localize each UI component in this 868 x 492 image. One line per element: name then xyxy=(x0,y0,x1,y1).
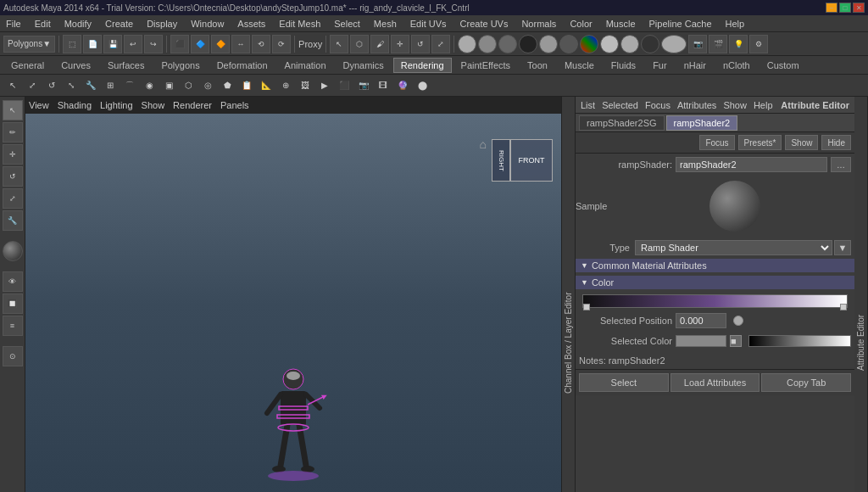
toolbar-sphere-10[interactable] xyxy=(641,35,659,53)
tab-polygons[interactable]: Polygons xyxy=(153,58,207,73)
select-tool-icon[interactable]: ↖ xyxy=(3,76,22,95)
hypershade-icon[interactable]: 🔮 xyxy=(393,76,412,95)
toolbar-sphere-9[interactable] xyxy=(620,35,639,53)
construction-icon[interactable]: 📐 xyxy=(257,76,275,95)
scale-tool-icon[interactable]: ⤡ xyxy=(62,76,81,95)
manip-btn[interactable]: 🔧 xyxy=(3,210,23,231)
minimize-button[interactable]: − xyxy=(826,3,837,13)
shader-tab-sg[interactable]: rampShader2SG xyxy=(579,115,665,131)
menu-muscle[interactable]: Muscle xyxy=(604,19,638,29)
toolbar-btn-7[interactable]: 🔷 xyxy=(191,35,209,53)
snap-live-icon[interactable]: ⬡ xyxy=(179,76,198,95)
menu-edit[interactable]: Edit xyxy=(32,19,53,29)
maximize-button[interactable]: □ xyxy=(839,3,851,13)
tab-animation[interactable]: Animation xyxy=(277,58,334,73)
render-globals-icon[interactable]: 🖼 xyxy=(296,76,314,95)
viewport[interactable]: View Shading Lighting Show Renderer Pane… xyxy=(25,97,561,492)
position-circle-handle[interactable] xyxy=(733,316,743,326)
toolbar-btn-6[interactable]: ⬛ xyxy=(170,35,189,53)
menu-window[interactable]: Window xyxy=(188,19,226,29)
snap-grid-icon[interactable]: ⊞ xyxy=(101,76,120,95)
toolbar-rotate[interactable]: ↺ xyxy=(411,35,430,53)
snap-curve-icon[interactable]: ⌒ xyxy=(120,76,139,95)
toolbar-multicolor[interactable] xyxy=(580,35,598,53)
ramp-shader-input[interactable] xyxy=(676,157,827,172)
menu-edit-mesh[interactable]: Edit Mesh xyxy=(276,19,323,29)
toolbar-scale[interactable]: ⤢ xyxy=(431,35,450,53)
menu-mesh[interactable]: Mesh xyxy=(371,19,399,29)
menu-select[interactable]: Select xyxy=(331,19,363,29)
attr-menu-list[interactable]: List xyxy=(581,100,595,110)
ipr-icon[interactable]: ⬛ xyxy=(335,76,353,95)
viewport-menu-renderer[interactable]: Renderer xyxy=(173,100,212,110)
sphere-btn[interactable] xyxy=(3,241,23,261)
close-button[interactable]: ✕ xyxy=(853,3,865,13)
proportional-icon[interactable]: ⬟ xyxy=(218,76,236,95)
tab-general[interactable]: General xyxy=(3,58,52,73)
menu-pipeline[interactable]: Pipeline Cache xyxy=(647,19,715,29)
toolbar-render[interactable]: 🎬 xyxy=(709,35,727,53)
toolbar-cam[interactable]: 📷 xyxy=(688,35,707,53)
toolbar-move[interactable]: ✛ xyxy=(391,35,409,53)
ramp-handle-left[interactable] xyxy=(583,304,590,310)
snap-point-icon[interactable]: ◉ xyxy=(140,76,159,95)
toolbar-sphere-6[interactable] xyxy=(559,35,578,53)
show-hide-btn[interactable]: 👁 xyxy=(3,271,23,292)
paint-mode-btn[interactable]: ✏ xyxy=(3,122,23,143)
menu-normals[interactable]: Normals xyxy=(519,19,559,29)
shader-tab-main[interactable]: rampShader2 xyxy=(666,115,738,131)
toolbar-paint[interactable]: 🖌 xyxy=(370,35,389,53)
attr-menu-show[interactable]: Show xyxy=(723,100,747,110)
camera-icon[interactable]: 📷 xyxy=(354,76,373,95)
snap-view-icon[interactable]: ▣ xyxy=(159,76,178,95)
attr-menu-selected[interactable]: Selected xyxy=(602,100,638,110)
tab-rendering[interactable]: Rendering xyxy=(393,58,452,73)
tab-toon[interactable]: Toon xyxy=(520,58,555,73)
tab-fur[interactable]: Fur xyxy=(645,58,675,73)
toolbar-settings[interactable]: ⚙ xyxy=(749,35,768,53)
viewport-menu-shading[interactable]: Shading xyxy=(58,100,92,110)
toolbar-lasso[interactable]: ⬡ xyxy=(350,35,369,53)
load-attributes-button[interactable]: Load Attributes xyxy=(670,373,760,392)
menu-edit-uvs[interactable]: Edit UVs xyxy=(408,19,449,29)
tab-muscle[interactable]: Muscle xyxy=(557,58,602,73)
focus-button[interactable]: Focus xyxy=(699,135,734,150)
toolbar-btn-3[interactable]: 💾 xyxy=(103,35,122,53)
ramp-handle-right[interactable] xyxy=(840,304,847,310)
attr2-btn[interactable]: ⊙ xyxy=(3,346,23,366)
menu-create-uvs[interactable]: Create UVs xyxy=(458,19,511,29)
toolbar-sphere-2[interactable] xyxy=(478,35,497,53)
show-manip-icon[interactable]: 🔧 xyxy=(81,76,100,95)
menu-color[interactable]: Color xyxy=(567,19,594,29)
tab-nhair[interactable]: nHair xyxy=(676,58,714,73)
move-btn[interactable]: ✛ xyxy=(3,144,23,165)
viewport-menu-view[interactable]: View xyxy=(29,100,49,110)
hide-button[interactable]: Hide xyxy=(821,135,851,150)
type-select[interactable]: Ramp Shader xyxy=(635,240,832,255)
copy-tab-button[interactable]: Copy Tab xyxy=(761,373,851,392)
home-icon[interactable]: ⌂ xyxy=(480,137,487,151)
tab-ncloth[interactable]: nCloth xyxy=(715,58,758,73)
attr-menu-help[interactable]: Help xyxy=(754,100,773,110)
toolbar-light[interactable]: 💡 xyxy=(729,35,748,53)
show-button[interactable]: Show xyxy=(785,135,818,150)
viewport-menu-panels[interactable]: Panels xyxy=(220,100,249,110)
transform-icon[interactable]: ⊕ xyxy=(276,76,295,95)
viewport-menu-show[interactable]: Show xyxy=(142,100,165,110)
color-section[interactable]: ▼ Color xyxy=(576,276,854,289)
toolbar-btn-2[interactable]: 📄 xyxy=(83,35,102,53)
toolbar-btn-8[interactable]: 🔶 xyxy=(211,35,230,53)
toolbar-btn-9[interactable]: ↔ xyxy=(231,35,250,53)
toolbar-sphere-5[interactable] xyxy=(539,35,558,53)
display-btn[interactable]: 🔲 xyxy=(3,294,23,314)
navigation-cube[interactable]: FRONT RIGHT xyxy=(493,139,553,190)
ramp-shader-browse[interactable]: … xyxy=(831,157,851,172)
soft-select-icon[interactable]: ◎ xyxy=(198,76,217,95)
common-material-section[interactable]: ▼ Common Material Attributes xyxy=(576,259,854,272)
select-button[interactable]: Select xyxy=(579,373,669,392)
menu-assets[interactable]: Assets xyxy=(235,19,268,29)
hw-render-icon[interactable]: ⬤ xyxy=(413,76,431,95)
menu-help[interactable]: Help xyxy=(723,19,748,29)
color-picker-button[interactable]: ■ xyxy=(730,335,742,347)
tab-painteffects[interactable]: PaintEffects xyxy=(453,58,519,73)
